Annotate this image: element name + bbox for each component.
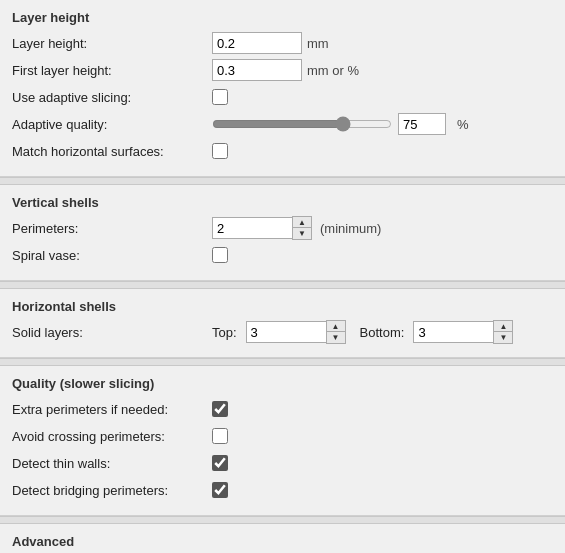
bottom-spinbox-buttons: ▲ ▼ <box>493 320 513 344</box>
adaptive-quality-slider-container: % <box>212 113 469 135</box>
avoid-crossing-checkbox[interactable] <box>212 428 228 444</box>
spiral-vase-checkbox[interactable] <box>212 247 228 263</box>
first-layer-height-row: First layer height: mm or % <box>12 58 553 82</box>
detect-thin-walls-label: Detect thin walls: <box>12 456 212 471</box>
adaptive-quality-slider[interactable] <box>212 115 392 133</box>
adaptive-slicing-label: Use adaptive slicing: <box>12 90 212 105</box>
bottom-layers-input[interactable] <box>413 321 493 343</box>
avoid-crossing-row: Avoid crossing perimeters: <box>12 424 553 448</box>
first-layer-height-input[interactable] <box>212 59 302 81</box>
detect-thin-walls-row: Detect thin walls: <box>12 451 553 475</box>
match-horizontal-label: Match horizontal surfaces: <box>12 144 212 159</box>
adaptive-slicing-row: Use adaptive slicing: <box>12 85 553 109</box>
perimeters-note: (minimum) <box>320 221 381 236</box>
layer-height-unit: mm <box>307 36 329 51</box>
layer-height-title: Layer height <box>12 10 553 25</box>
extra-perimeters-checkbox[interactable] <box>212 401 228 417</box>
adaptive-quality-label: Adaptive quality: <box>12 117 212 132</box>
perimeters-decrement-button[interactable]: ▼ <box>293 228 311 239</box>
layer-height-input[interactable] <box>212 32 302 54</box>
perimeters-input[interactable] <box>212 217 292 239</box>
solid-layers-label: Solid layers: <box>12 325 212 340</box>
top-bottom-wrap: Top: ▲ ▼ Bottom: ▲ ▼ <box>212 320 513 344</box>
bottom-spinbox: ▲ ▼ <box>413 320 513 344</box>
adaptive-quality-input[interactable] <box>398 113 446 135</box>
top-spinbox: ▲ ▼ <box>246 320 346 344</box>
top-layers-input[interactable] <box>246 321 326 343</box>
divider-4 <box>0 516 565 524</box>
quality-section: Quality (slower slicing) Extra perimeter… <box>0 366 565 516</box>
layer-height-row: Layer height: mm <box>12 31 553 55</box>
extra-perimeters-label: Extra perimeters if needed: <box>12 402 212 417</box>
detect-bridging-checkbox[interactable] <box>212 482 228 498</box>
perimeters-increment-button[interactable]: ▲ <box>293 217 311 228</box>
top-spinbox-buttons: ▲ ▼ <box>326 320 346 344</box>
perimeters-row: Perimeters: ▲ ▼ (minimum) <box>12 216 553 240</box>
vertical-shells-section: Vertical shells Perimeters: ▲ ▼ (minimum… <box>0 185 565 281</box>
extra-perimeters-row: Extra perimeters if needed: <box>12 397 553 421</box>
divider-1 <box>0 177 565 185</box>
advanced-title: Advanced <box>12 534 553 549</box>
adaptive-slicing-checkbox[interactable] <box>212 89 228 105</box>
layer-height-section: Layer height Layer height: mm First laye… <box>0 0 565 177</box>
advanced-section: Advanced Seam position: Aligned Nearest … <box>0 524 565 553</box>
top-label: Top: <box>212 325 237 340</box>
horizontal-shells-title: Horizontal shells <box>12 299 553 314</box>
first-layer-height-label: First layer height: <box>12 63 212 78</box>
perimeters-spinbox-buttons: ▲ ▼ <box>292 216 312 240</box>
quality-title: Quality (slower slicing) <box>12 376 553 391</box>
detect-bridging-row: Detect bridging perimeters: <box>12 478 553 502</box>
top-decrement-button[interactable]: ▼ <box>327 332 345 343</box>
divider-3 <box>0 358 565 366</box>
divider-2 <box>0 281 565 289</box>
first-layer-height-unit: mm or % <box>307 63 359 78</box>
vertical-shells-title: Vertical shells <box>12 195 553 210</box>
perimeters-label: Perimeters: <box>12 221 212 236</box>
spiral-vase-label: Spiral vase: <box>12 248 212 263</box>
detect-bridging-label: Detect bridging perimeters: <box>12 483 212 498</box>
perimeters-spinbox: ▲ ▼ <box>212 216 312 240</box>
match-horizontal-row: Match horizontal surfaces: <box>12 139 553 163</box>
horizontal-shells-section: Horizontal shells Solid layers: Top: ▲ ▼… <box>0 289 565 358</box>
bottom-decrement-button[interactable]: ▼ <box>494 332 512 343</box>
adaptive-quality-row: Adaptive quality: % <box>12 112 553 136</box>
detect-thin-walls-checkbox[interactable] <box>212 455 228 471</box>
top-increment-button[interactable]: ▲ <box>327 321 345 332</box>
layer-height-label: Layer height: <box>12 36 212 51</box>
adaptive-quality-unit: % <box>457 117 469 132</box>
avoid-crossing-label: Avoid crossing perimeters: <box>12 429 212 444</box>
solid-layers-row: Solid layers: Top: ▲ ▼ Bottom: ▲ ▼ <box>12 320 553 344</box>
spiral-vase-row: Spiral vase: <box>12 243 553 267</box>
bottom-increment-button[interactable]: ▲ <box>494 321 512 332</box>
match-horizontal-checkbox[interactable] <box>212 143 228 159</box>
bottom-label: Bottom: <box>360 325 405 340</box>
